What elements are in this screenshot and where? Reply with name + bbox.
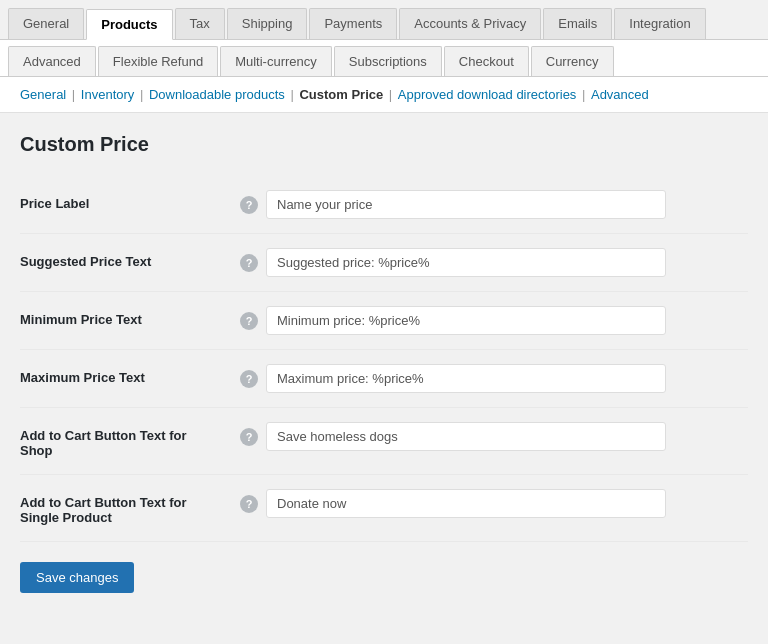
- secondary-tab-bar: AdvancedFlexible RefundMulti-currencySub…: [0, 40, 768, 77]
- tab-general[interactable]: General: [8, 8, 84, 39]
- field-cell-add-to-cart-single: ?: [220, 475, 748, 542]
- help-icon-maximum-price-text[interactable]: ?: [240, 370, 258, 388]
- tab-secondary-multi-currency[interactable]: Multi-currency: [220, 46, 332, 76]
- save-changes-button[interactable]: Save changes: [20, 562, 134, 593]
- breadcrumb-link-inventory[interactable]: Inventory: [81, 87, 134, 102]
- breadcrumb-link-general[interactable]: General: [20, 87, 66, 102]
- field-cell-price-label: ?: [220, 176, 748, 234]
- tab-secondary-subscriptions[interactable]: Subscriptions: [334, 46, 442, 76]
- input-minimum-price-text[interactable]: [266, 306, 666, 335]
- label-minimum-price-text: Minimum Price Text: [20, 292, 220, 350]
- form-row-add-to-cart-shop: Add to Cart Button Text for Shop?: [20, 408, 748, 475]
- breadcrumb-link-approved-download[interactable]: Approved download directories: [398, 87, 577, 102]
- field-cell-add-to-cart-shop: ?: [220, 408, 748, 475]
- tab-secondary-advanced[interactable]: Advanced: [8, 46, 96, 76]
- form-row-suggested-price-text: Suggested Price Text?: [20, 234, 748, 292]
- tab-shipping[interactable]: Shipping: [227, 8, 308, 39]
- input-add-to-cart-single[interactable]: [266, 489, 666, 518]
- field-row-maximum-price-text: ?: [240, 364, 748, 393]
- help-icon-price-label[interactable]: ?: [240, 196, 258, 214]
- label-suggested-price-text: Suggested Price Text: [20, 234, 220, 292]
- field-row-price-label: ?: [240, 190, 748, 219]
- help-icon-add-to-cart-shop[interactable]: ?: [240, 428, 258, 446]
- form-row-add-to-cart-single: Add to Cart Button Text for Single Produ…: [20, 475, 748, 542]
- breadcrumb-custom-price: Custom Price: [299, 87, 383, 102]
- breadcrumb: General | Inventory | Downloadable produ…: [0, 77, 768, 113]
- breadcrumb-link-advanced[interactable]: Advanced: [591, 87, 649, 102]
- label-price-label: Price Label: [20, 176, 220, 234]
- label-add-to-cart-single: Add to Cart Button Text for Single Produ…: [20, 475, 220, 542]
- form-row-minimum-price-text: Minimum Price Text?: [20, 292, 748, 350]
- tab-accounts-privacy[interactable]: Accounts & Privacy: [399, 8, 541, 39]
- breadcrumb-separator: |: [287, 87, 298, 102]
- breadcrumb-separator: |: [68, 87, 79, 102]
- input-maximum-price-text[interactable]: [266, 364, 666, 393]
- field-row-add-to-cart-single: ?: [240, 489, 748, 518]
- input-price-label[interactable]: [266, 190, 666, 219]
- form-row-price-label: Price Label?: [20, 176, 748, 234]
- page-title: Custom Price: [20, 133, 748, 156]
- field-cell-maximum-price-text: ?: [220, 350, 748, 408]
- form-table: Price Label?Suggested Price Text?Minimum…: [20, 176, 748, 542]
- field-cell-minimum-price-text: ?: [220, 292, 748, 350]
- input-add-to-cart-shop[interactable]: [266, 422, 666, 451]
- tab-secondary-flexible-refund[interactable]: Flexible Refund: [98, 46, 218, 76]
- tab-payments[interactable]: Payments: [309, 8, 397, 39]
- label-maximum-price-text: Maximum Price Text: [20, 350, 220, 408]
- help-icon-suggested-price-text[interactable]: ?: [240, 254, 258, 272]
- form-row-maximum-price-text: Maximum Price Text?: [20, 350, 748, 408]
- breadcrumb-separator: |: [385, 87, 396, 102]
- label-add-to-cart-shop: Add to Cart Button Text for Shop: [20, 408, 220, 475]
- field-cell-suggested-price-text: ?: [220, 234, 748, 292]
- breadcrumb-separator: |: [136, 87, 147, 102]
- field-row-minimum-price-text: ?: [240, 306, 748, 335]
- tab-emails[interactable]: Emails: [543, 8, 612, 39]
- help-icon-add-to-cart-single[interactable]: ?: [240, 495, 258, 513]
- field-row-add-to-cart-shop: ?: [240, 422, 748, 451]
- field-row-suggested-price-text: ?: [240, 248, 748, 277]
- help-icon-minimum-price-text[interactable]: ?: [240, 312, 258, 330]
- main-content: Custom Price Price Label?Suggested Price…: [0, 113, 768, 633]
- breadcrumb-link-downloadable[interactable]: Downloadable products: [149, 87, 285, 102]
- tab-secondary-currency[interactable]: Currency: [531, 46, 614, 76]
- tab-products[interactable]: Products: [86, 9, 172, 40]
- tab-integration[interactable]: Integration: [614, 8, 705, 39]
- tab-tax[interactable]: Tax: [175, 8, 225, 39]
- primary-tab-bar: GeneralProductsTaxShippingPaymentsAccoun…: [0, 0, 768, 40]
- input-suggested-price-text[interactable]: [266, 248, 666, 277]
- breadcrumb-separator: |: [578, 87, 589, 102]
- tab-secondary-checkout[interactable]: Checkout: [444, 46, 529, 76]
